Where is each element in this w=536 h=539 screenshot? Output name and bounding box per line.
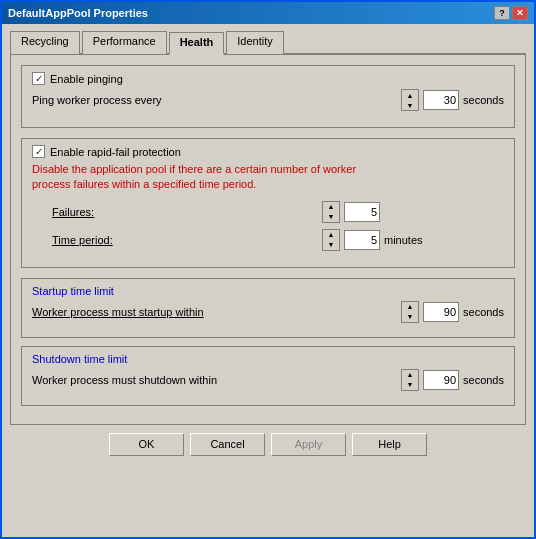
shutdown-down-btn[interactable]: ▼ [402, 380, 418, 390]
shutdown-spinner: ▲ ▼ [401, 369, 459, 391]
shutdown-time-limit-section: Shutdown time limit Worker process must … [21, 346, 515, 406]
shutdown-unit: seconds [463, 374, 504, 386]
ping-interval-label: Ping worker process every [32, 94, 401, 106]
startup-up-btn[interactable]: ▲ [402, 302, 418, 312]
rapid-fail-desc-line2: process failures within a specified time… [32, 178, 256, 190]
dialog-window: DefaultAppPool Properties ? ✕ Recycling … [0, 0, 536, 539]
failures-row: Failures: ▲ ▼ [32, 201, 504, 223]
rapid-fail-description: Disable the application pool if there ar… [32, 162, 504, 193]
apply-button[interactable]: Apply [271, 433, 346, 456]
window-title: DefaultAppPool Properties [8, 7, 148, 19]
startup-row-label: Worker process must startup within [32, 306, 401, 318]
startup-input[interactable] [423, 302, 459, 322]
rapid-fail-label: Enable rapid-fail protection [50, 146, 181, 158]
tab-performance[interactable]: Performance [82, 31, 167, 54]
help-button[interactable]: Help [352, 433, 427, 456]
ping-interval-unit: seconds [463, 94, 504, 106]
failures-spinner-btns: ▲ ▼ [322, 201, 340, 223]
time-period-spinner-btns: ▲ ▼ [322, 229, 340, 251]
failures-down-btn[interactable]: ▼ [323, 212, 339, 222]
tab-recycling[interactable]: Recycling [10, 31, 80, 54]
ping-interval-down-btn[interactable]: ▼ [402, 100, 418, 110]
ping-interval-spinner: ▲ ▼ [401, 89, 459, 111]
shutdown-row: Worker process must shutdown within ▲ ▼ … [32, 369, 504, 391]
time-period-label: Time period: [52, 234, 322, 246]
help-title-button[interactable]: ? [494, 6, 510, 20]
startup-down-btn[interactable]: ▼ [402, 312, 418, 322]
title-bar-buttons: ? ✕ [494, 6, 528, 20]
enable-pinging-label: Enable pinging [50, 73, 123, 85]
failures-label: Failures: [52, 206, 322, 218]
startup-time-limit-section: Startup time limit Worker process must s… [21, 278, 515, 338]
dialog-buttons: OK Cancel Apply Help [10, 425, 526, 462]
tab-identity[interactable]: Identity [226, 31, 283, 54]
ok-button[interactable]: OK [109, 433, 184, 456]
rapid-fail-checkbox[interactable]: ✓ [32, 145, 45, 158]
time-period-up-btn[interactable]: ▲ [323, 230, 339, 240]
startup-time-limit-label: Startup time limit [32, 285, 504, 297]
startup-spinner-btns: ▲ ▼ [401, 301, 419, 323]
cancel-button[interactable]: Cancel [190, 433, 265, 456]
dialog-content: Recycling Performance Health Identity ✓ … [2, 24, 534, 470]
failures-up-btn[interactable]: ▲ [323, 202, 339, 212]
tab-health-content: ✓ Enable pinging Ping worker process eve… [10, 55, 526, 425]
close-title-button[interactable]: ✕ [512, 6, 528, 20]
rapid-fail-section: ✓ Enable rapid-fail protection Disable t… [21, 138, 515, 268]
time-period-down-btn[interactable]: ▼ [323, 240, 339, 250]
shutdown-spinner-btns: ▲ ▼ [401, 369, 419, 391]
startup-unit: seconds [463, 306, 504, 318]
rapid-fail-legend: ✓ Enable rapid-fail protection [32, 145, 504, 158]
title-bar: DefaultAppPool Properties ? ✕ [2, 2, 534, 24]
tab-bar: Recycling Performance Health Identity [10, 30, 526, 55]
shutdown-input[interactable] [423, 370, 459, 390]
ping-interval-row: Ping worker process every ▲ ▼ seconds [32, 89, 504, 111]
time-period-unit: minutes [384, 234, 424, 246]
enable-pinging-section: ✓ Enable pinging Ping worker process eve… [21, 65, 515, 128]
ping-interval-spinner-btns: ▲ ▼ [401, 89, 419, 111]
time-period-row: Time period: ▲ ▼ minutes [32, 229, 504, 251]
ping-interval-up-btn[interactable]: ▲ [402, 90, 418, 100]
tab-health[interactable]: Health [169, 32, 225, 55]
enable-pinging-checkbox[interactable]: ✓ [32, 72, 45, 85]
ping-interval-input[interactable] [423, 90, 459, 110]
startup-spinner: ▲ ▼ [401, 301, 459, 323]
startup-row: Worker process must startup within ▲ ▼ s… [32, 301, 504, 323]
shutdown-time-limit-label: Shutdown time limit [32, 353, 504, 365]
shutdown-up-btn[interactable]: ▲ [402, 370, 418, 380]
time-period-spinner: ▲ ▼ [322, 229, 380, 251]
failures-spinner: ▲ ▼ [322, 201, 380, 223]
time-period-input[interactable] [344, 230, 380, 250]
rapid-fail-desc-line1: Disable the application pool if there ar… [32, 163, 356, 175]
shutdown-row-label: Worker process must shutdown within [32, 374, 401, 386]
enable-pinging-legend: ✓ Enable pinging [32, 72, 504, 85]
failures-input[interactable] [344, 202, 380, 222]
